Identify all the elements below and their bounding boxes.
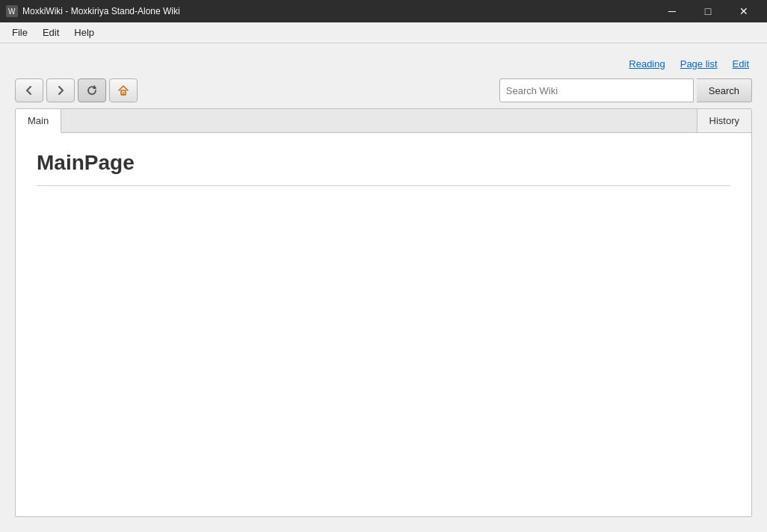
tab-bar: Main History: [16, 109, 751, 133]
menu-edit[interactable]: Edit: [37, 24, 65, 41]
window-title: MoxkiWiki - Moxkiriya Stand-Alone Wiki: [22, 6, 180, 16]
page-divider: [37, 185, 730, 186]
search-button[interactable]: Search: [697, 78, 752, 102]
reload-icon: [86, 84, 98, 96]
window-content: Reading Page list Edit: [0, 43, 767, 532]
reload-button[interactable]: [78, 78, 106, 102]
content-area: Main History MainPage: [15, 108, 752, 517]
back-button[interactable]: [15, 78, 43, 102]
top-nav: Reading Page list Edit: [15, 58, 752, 69]
maximize-button[interactable]: □: [691, 0, 725, 22]
nav-edit[interactable]: Edit: [733, 58, 749, 69]
title-bar-controls: ─ □ ✕: [655, 0, 761, 22]
home-button[interactable]: [109, 78, 138, 102]
menu-help[interactable]: Help: [68, 24, 100, 41]
home-icon: [117, 84, 129, 96]
tab-spacer: [61, 109, 696, 132]
toolbar: Search: [15, 78, 752, 102]
menu-bar: File Edit Help: [0, 22, 767, 43]
forward-icon: [55, 85, 66, 96]
tab-history[interactable]: History: [697, 109, 751, 132]
page-content: MainPage: [16, 133, 751, 516]
title-bar-left: W MoxkiWiki - Moxkiriya Stand-Alone Wiki: [6, 5, 180, 17]
tab-main[interactable]: Main: [16, 109, 61, 133]
nav-reading[interactable]: Reading: [629, 58, 665, 69]
search-input[interactable]: [499, 78, 694, 102]
menu-file[interactable]: File: [6, 24, 34, 41]
close-button[interactable]: ✕: [727, 0, 761, 22]
forward-button[interactable]: [46, 78, 75, 102]
title-bar: W MoxkiWiki - Moxkiriya Stand-Alone Wiki…: [0, 0, 767, 22]
back-icon: [24, 85, 34, 96]
app-icon: W: [6, 5, 18, 17]
nav-page-list[interactable]: Page list: [680, 58, 718, 69]
page-title: MainPage: [37, 151, 730, 175]
minimize-button[interactable]: ─: [655, 0, 689, 22]
svg-rect-3: [123, 92, 125, 95]
svg-text:W: W: [8, 7, 16, 16]
